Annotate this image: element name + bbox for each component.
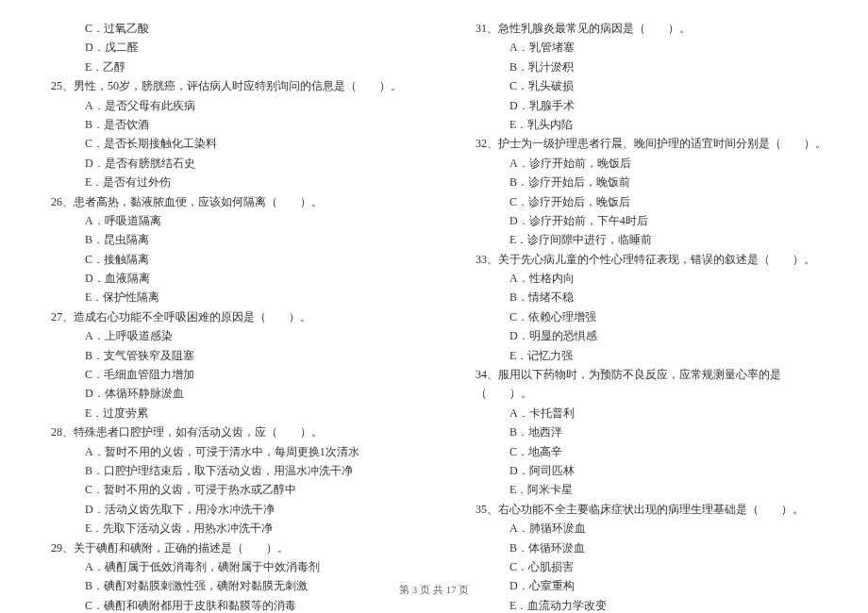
option-text: B．体循环淤血 (462, 538, 830, 557)
option-text: A．性格内向 (462, 269, 830, 288)
option-text: E．乙醇 (38, 58, 406, 76)
option-text: C．诊疗开始后，晚饭后 (462, 192, 830, 211)
option-text: B．支气管狭窄及阻塞 (38, 346, 406, 365)
option-text: B．地西泮 (462, 422, 830, 441)
option-text: D．活动义齿先取下，用冷水冲洗干净 (38, 500, 406, 519)
option-text: D．阿司匹林 (462, 461, 830, 480)
option-text: E．是否有过外伤 (38, 173, 406, 191)
option-text: B．昆虫隔离 (38, 230, 406, 249)
option-text: C．暂时不用的义齿，可浸于热水或乙醇中 (38, 480, 406, 499)
option-text: A．乳管堵塞 (462, 38, 830, 57)
option-text: D．明显的恐惧感 (462, 326, 830, 345)
question-28: 28、特殊患者口腔护理，如有活动义齿，应（ ）。 (38, 422, 406, 441)
option-text: B．乳汁淤积 (462, 58, 830, 76)
question-32: 32、护士为一级护理患者行晨、晚间护理的适宜时间分别是（ ）。 (462, 134, 830, 153)
question-25: 25、男性，50岁，膀胱癌，评估病人时应特别询问的信息是（ ）。 (38, 76, 406, 95)
option-text: D．乳腺手术 (462, 96, 830, 115)
option-text: C．乳头破损 (462, 76, 830, 95)
question-31: 31、急性乳腺炎最常见的病因是（ ）。 (462, 19, 830, 38)
option-text: A．诊疗开始前，晚饭后 (462, 154, 830, 173)
option-text: A．上呼吸道感染 (38, 326, 406, 345)
option-text: B．是否饮酒 (38, 115, 406, 134)
question-33: 33、关于先心病儿童的个性心理特征表现，错误的叙述是（ ）。 (462, 250, 830, 269)
left-column: C．过氧乙酸 D．戊二醛 E．乙醇 25、男性，50岁，膀胱癌，评估病人时应特别… (38, 19, 406, 613)
option-text: E．乳头内陷 (462, 115, 830, 134)
option-text: C．接触隔离 (38, 250, 406, 269)
option-text: D．是否有膀胱结石史 (38, 154, 406, 173)
question-35: 35、右心功能不全主要临床症状出现的病理生理基础是（ ）。 (462, 500, 830, 519)
option-text: A．是否父母有此疾病 (38, 96, 406, 115)
option-text: E．保护性隔离 (38, 288, 406, 306)
option-text: C．地高辛 (462, 442, 830, 461)
option-text: C．过氧乙酸 (38, 19, 406, 38)
question-29: 29、关于碘酊和碘附，正确的描述是（ ）。 (38, 538, 406, 557)
question-34: 34、服用以下药物时，为预防不良反应，应常规测量心率的是（ ）。 (462, 365, 830, 404)
page-footer: 第 3 页 共 17 页 (0, 581, 868, 599)
option-text: D．血液隔离 (38, 269, 406, 288)
option-text: D．诊疗开始前，下午4时后 (462, 211, 830, 230)
question-26: 26、患者高热，黏液脓血便，应该如何隔离（ ）。 (38, 192, 406, 211)
option-text: B．诊疗开始后，晚饭前 (462, 173, 830, 191)
option-text: D．戊二醛 (38, 38, 406, 57)
option-text: C．心肌损害 (462, 557, 830, 576)
option-text: A．卡托普利 (462, 404, 830, 422)
option-text: C．毛细血管阻力增加 (38, 365, 406, 384)
option-text: D．体循环静脉淤血 (38, 384, 406, 403)
option-text: A．呼吸道隔离 (38, 211, 406, 230)
option-text: A．肺循环淤血 (462, 519, 830, 538)
option-text: B．口腔护理结束后，取下活动义齿，用温水冲洗干净 (38, 461, 406, 480)
option-text: C．依赖心理增强 (462, 307, 830, 326)
option-text: E．记忆力强 (462, 346, 830, 365)
option-text: A．暂时不用的义齿，可浸于清水中，每周更换1次清水 (38, 442, 406, 461)
option-text: E．过度劳累 (38, 404, 406, 422)
option-text: E．阿米卡星 (462, 480, 830, 499)
option-text: A．碘酊属于低效消毒剂，碘附属于中效消毒剂 (38, 557, 406, 576)
option-text: B．情绪不稳 (462, 288, 830, 306)
option-text: E．诊疗间隙中进行，临睡前 (462, 230, 830, 249)
option-text: E．先取下活动义齿，用热水冲洗干净 (38, 519, 406, 538)
option-text: C．是否长期接触化工染料 (38, 134, 406, 153)
question-27: 27、造成右心功能不全呼吸困难的原因是（ ）。 (38, 307, 406, 326)
right-column: 31、急性乳腺炎最常见的病因是（ ）。 A．乳管堵塞 B．乳汁淤积 C．乳头破损… (462, 19, 830, 613)
